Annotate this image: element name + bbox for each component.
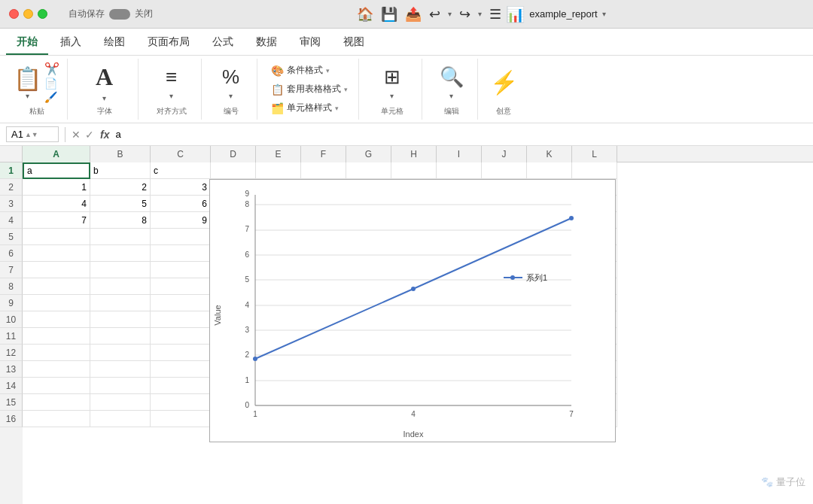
row-header-7[interactable]: 7 [0, 262, 23, 278]
cell-a13[interactable] [23, 361, 90, 378]
cell-b1[interactable]: b [90, 162, 151, 179]
cell-a6[interactable] [23, 245, 90, 262]
cell-b11[interactable] [90, 328, 151, 345]
cell-c14[interactable] [151, 378, 211, 394]
cut-icon[interactable]: ✂️ [44, 62, 59, 76]
cell-c4[interactable]: 9 [151, 212, 211, 229]
cell-l1[interactable] [572, 162, 617, 179]
col-header-h[interactable]: H [391, 146, 437, 162]
cell-c15[interactable] [151, 394, 211, 411]
cell-b10[interactable] [90, 311, 151, 328]
save-icon[interactable]: 💾 [381, 6, 397, 23]
cell-c8[interactable] [151, 278, 211, 295]
cell-b3[interactable]: 5 [90, 196, 151, 212]
col-header-b[interactable]: B [90, 146, 151, 162]
cell-b2[interactable]: 2 [90, 179, 151, 196]
row-header-12[interactable]: 12 [0, 345, 23, 361]
number-icon[interactable]: % [222, 65, 239, 89]
cell-a1[interactable]: a [23, 162, 90, 179]
home-icon[interactable]: 🏠 [357, 6, 373, 23]
col-header-a[interactable]: A [23, 146, 90, 162]
cell-a10[interactable] [23, 311, 90, 328]
cell-c5[interactable] [151, 229, 211, 245]
row-header-10[interactable]: 10 [0, 311, 23, 328]
tab-review[interactable]: 审阅 [289, 31, 331, 55]
cell-b15[interactable] [90, 394, 151, 411]
col-header-i[interactable]: I [437, 146, 482, 162]
tab-home[interactable]: 开始 [6, 31, 48, 55]
close-label[interactable]: 关闭 [135, 8, 153, 20]
align-icon[interactable]: ≡ [166, 65, 177, 89]
cell-b7[interactable] [90, 262, 151, 278]
row-header-9[interactable]: 9 [0, 295, 23, 311]
cell-a7[interactable] [23, 262, 90, 278]
cell-c13[interactable] [151, 361, 211, 378]
col-header-l[interactable]: L [572, 146, 617, 162]
close-window-button[interactable] [9, 9, 19, 19]
cell-a14[interactable] [23, 378, 90, 394]
maximize-window-button[interactable] [38, 9, 47, 19]
cell-e1[interactable] [256, 162, 301, 179]
tab-draw[interactable]: 绘图 [93, 31, 136, 55]
formula-value[interactable]: a [115, 129, 807, 140]
tab-data[interactable]: 数据 [245, 31, 288, 55]
cell-a11[interactable] [23, 328, 90, 345]
row-header-1[interactable]: 1 [0, 162, 23, 179]
row-header-14[interactable]: 14 [0, 378, 23, 394]
col-header-c[interactable]: C [151, 146, 211, 162]
autosave-toggle[interactable] [109, 9, 130, 20]
paste-icon[interactable]: 📋 [14, 65, 41, 92]
cell-c1[interactable]: c [151, 162, 211, 179]
cell-d1[interactable] [211, 162, 256, 179]
col-header-k[interactable]: K [527, 146, 572, 162]
format-painter-icon[interactable]: 🖌️ [44, 91, 59, 103]
align-dropdown[interactable]: ▾ [169, 92, 173, 100]
cell-c7[interactable] [151, 262, 211, 278]
cell-c3[interactable]: 6 [151, 196, 211, 212]
undo-dropdown-icon[interactable]: ▾ [448, 10, 452, 18]
row-header-11[interactable]: 11 [0, 328, 23, 345]
row-header-8[interactable]: 8 [0, 278, 23, 295]
cell-b9[interactable] [90, 295, 151, 311]
cell-c9[interactable] [151, 295, 211, 311]
paste-dropdown[interactable]: ▾ [26, 92, 29, 100]
copy-icon[interactable]: 📄 [44, 77, 59, 90]
cell-c11[interactable] [151, 328, 211, 345]
cell-c12[interactable] [151, 345, 211, 361]
cell-g1[interactable] [346, 162, 391, 179]
col-header-g[interactable]: G [346, 146, 391, 162]
creative-icon[interactable]: ⚡ [490, 69, 518, 96]
row-header-4[interactable]: 4 [0, 212, 23, 229]
row-header-15[interactable]: 15 [0, 394, 23, 411]
tab-view[interactable]: 视图 [333, 31, 375, 55]
cell-c16[interactable] [151, 411, 211, 427]
cell-a3[interactable]: 4 [23, 196, 90, 212]
cell-b13[interactable] [90, 361, 151, 378]
cell-a4[interactable]: 7 [23, 212, 90, 229]
table-format-btn[interactable]: 📋 套用表格格式 ▾ [268, 81, 351, 97]
cell-k1[interactable] [527, 162, 572, 179]
cancel-formula-icon[interactable]: ✕ [72, 129, 81, 141]
cell-b14[interactable] [90, 378, 151, 394]
cell-a15[interactable] [23, 394, 90, 411]
tab-insert[interactable]: 插入 [50, 31, 92, 55]
minimize-window-button[interactable] [23, 9, 33, 19]
cell-c2[interactable]: 3 [151, 179, 211, 196]
col-header-f[interactable]: F [301, 146, 346, 162]
cell-a8[interactable] [23, 278, 90, 295]
tab-page-layout[interactable]: 页面布局 [137, 31, 200, 55]
cell-b5[interactable] [90, 229, 151, 245]
number-dropdown[interactable]: ▾ [229, 92, 233, 100]
export-icon[interactable]: 📤 [405, 6, 422, 23]
cell-b16[interactable] [90, 411, 151, 427]
conditional-format-btn[interactable]: 🎨 条件格式 ▾ [268, 62, 351, 78]
row-header-2[interactable]: 2 [0, 179, 23, 196]
col-header-d[interactable]: D [211, 146, 256, 162]
cell-ref-dropdown[interactable]: ▲▼ [25, 131, 38, 138]
menu-icon[interactable]: ☰ [489, 6, 501, 23]
row-header-3[interactable]: 3 [0, 196, 23, 212]
row-header-5[interactable]: 5 [0, 229, 23, 245]
cell-j1[interactable] [482, 162, 527, 179]
file-name-dropdown[interactable]: ▾ [602, 10, 606, 18]
edit-dropdown[interactable]: ▾ [449, 92, 453, 100]
